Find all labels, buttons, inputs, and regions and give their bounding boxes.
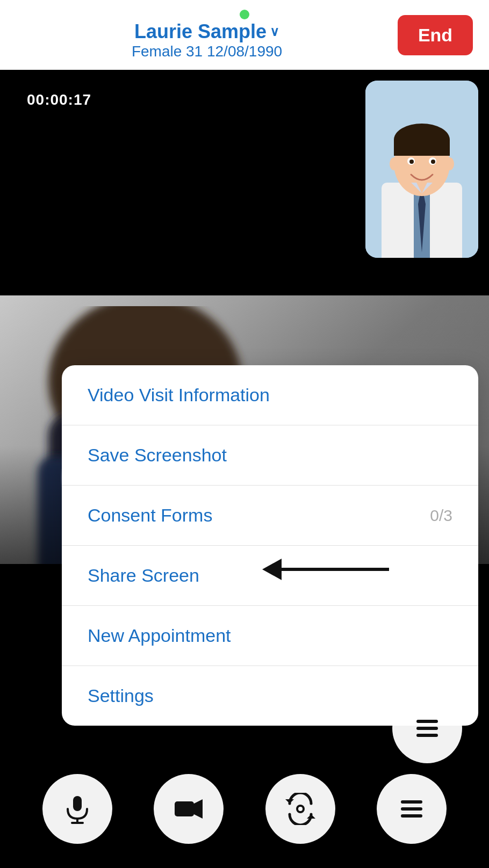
svg-point-33 [298, 807, 303, 811]
menu-item-consent-forms-label: Consent Forms [88, 505, 212, 526]
svg-point-14 [445, 157, 454, 170]
arrow-line [282, 568, 389, 571]
patient-name-text: Laurie Sample [134, 20, 267, 43]
svg-marker-30 [285, 799, 294, 804]
remote-video-area: 00:00:17 [0, 70, 489, 295]
options-menu-panel: Video Visit Information Save Screenshot … [62, 365, 478, 726]
menu-item-settings-label: Settings [88, 685, 154, 706]
patient-name[interactable]: Laurie Sample ∨ [134, 20, 279, 43]
end-call-button[interactable]: End [398, 15, 473, 55]
svg-marker-31 [307, 814, 315, 819]
svg-rect-28 [175, 801, 194, 816]
svg-rect-23 [416, 727, 438, 730]
svg-rect-6 [394, 140, 450, 156]
local-video-thumbnail [365, 81, 478, 258]
chevron-down-icon: ∨ [270, 24, 279, 39]
svg-rect-36 [401, 814, 422, 818]
menu-item-new-appointment-label: New Appointment [88, 625, 231, 646]
menu-item-save-screenshot[interactable]: Save Screenshot [62, 425, 478, 486]
menu-item-save-screenshot-label: Save Screenshot [88, 445, 227, 466]
svg-point-9 [409, 160, 414, 164]
bottom-control-bar [0, 750, 489, 868]
menu-item-consent-forms[interactable]: Consent Forms 0/3 [62, 486, 478, 546]
connection-status-dot [240, 10, 249, 19]
svg-point-13 [390, 157, 398, 170]
svg-rect-35 [401, 807, 422, 811]
patient-details: Female 31 12/08/1990 [132, 43, 282, 60]
menu-button-peek[interactable] [392, 693, 462, 763]
call-timer: 00:00:17 [16, 85, 102, 115]
patient-info[interactable]: Laurie Sample ∨ Female 31 12/08/1990 [16, 10, 398, 60]
new-appointment-arrow [263, 559, 389, 580]
screen: Laurie Sample ∨ Female 31 12/08/1990 End… [0, 0, 489, 868]
menu-item-video-visit-info-label: Video Visit Information [88, 385, 270, 406]
menu-item-video-visit-info[interactable]: Video Visit Information [62, 365, 478, 425]
camera-button[interactable] [154, 774, 224, 844]
menu-item-new-appointment[interactable]: New Appointment [62, 606, 478, 666]
svg-rect-22 [416, 720, 438, 723]
svg-marker-29 [194, 799, 203, 819]
svg-point-10 [431, 160, 435, 164]
consent-forms-badge: 0/3 [430, 507, 452, 525]
svg-rect-34 [401, 800, 422, 804]
flip-camera-button[interactable] [265, 774, 335, 844]
svg-rect-25 [73, 796, 82, 811]
microphone-button[interactable] [42, 774, 112, 844]
svg-rect-24 [416, 734, 438, 737]
header: Laurie Sample ∨ Female 31 12/08/1990 End [0, 0, 489, 70]
menu-button[interactable] [377, 774, 447, 844]
arrow-head-icon [262, 559, 282, 580]
menu-item-share-screen-label: Share Screen [88, 565, 199, 586]
